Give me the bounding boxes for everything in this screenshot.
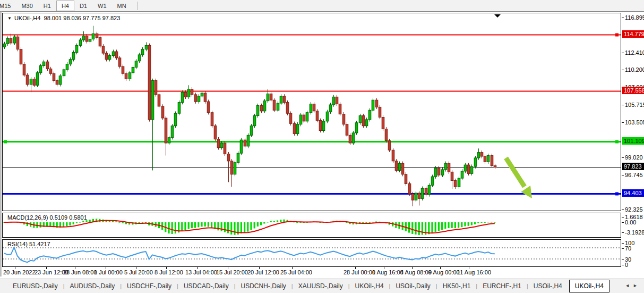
price-badge-114779: 114.779 bbox=[622, 30, 644, 38]
price-axis-tick bbox=[622, 105, 624, 105]
time-axis-label: 20 Jul 12:00 bbox=[247, 269, 279, 275]
rsi-axis-tick bbox=[622, 265, 624, 265]
rsi-label: RSI(14) 51.4217 bbox=[7, 241, 50, 247]
price-axis-tick bbox=[622, 210, 624, 210]
time-axis-label: 5 Jul 20:00 bbox=[124, 269, 153, 275]
support-line-94403-handle[interactable] bbox=[615, 192, 619, 196]
macd-axis-tick bbox=[622, 232, 624, 233]
time-axis-label: 28 Jun 08:00 bbox=[63, 269, 97, 275]
chart-symbol-and-quote: UKOil-,H4 98.001 98.036 97.775 97.823 bbox=[14, 15, 120, 21]
main-chart-panel: ▼ UKOil-,H4 98.001 98.036 97.775 97.823 bbox=[2, 13, 621, 211]
chart-dropdown-icon[interactable]: ▼ bbox=[7, 16, 12, 21]
price-axis-tick bbox=[622, 122, 624, 123]
price-axis-label: 103.505 bbox=[625, 119, 644, 125]
price-badge-97823: 97.823 bbox=[622, 163, 644, 170]
tab-eurusd-daily[interactable]: EURUSD-,Daily bbox=[7, 280, 63, 292]
price-axis-label: 112.410 bbox=[625, 49, 644, 56]
macd-indicator bbox=[3, 213, 621, 237]
timeframe-buttons: M15M30H1H4D1W1MN bbox=[0, 1, 132, 11]
time-axis[interactable]: 20 Jun 202223 Jun 12:0028 Jun 08:001 Jul… bbox=[2, 267, 622, 277]
trend-arrow-annotation[interactable] bbox=[506, 158, 532, 198]
timeframe-button-d1[interactable]: D1 bbox=[74, 1, 92, 11]
macd-panel: MACD(12,26,9) 0.5109 0.5801 bbox=[2, 213, 621, 238]
timeframe-button-w1[interactable]: W1 bbox=[92, 1, 112, 11]
time-axis-label: 9 Aug 00:00 bbox=[428, 269, 460, 275]
timeframe-button-m15[interactable]: M15 bbox=[0, 1, 16, 11]
chart-shift-marker-icon[interactable] bbox=[494, 14, 501, 18]
macd-axis-label: 0.00 bbox=[625, 219, 636, 225]
price-axis-label: 92.325 bbox=[625, 206, 643, 213]
timeframe-button-h1[interactable]: H1 bbox=[38, 1, 56, 11]
macd-axis-label: -3.1928 bbox=[625, 229, 644, 236]
resistance-line-114779-handle[interactable] bbox=[615, 34, 619, 37]
time-axis-label: 20 Jun 2022 bbox=[3, 269, 36, 275]
support-line-101109-handle[interactable] bbox=[615, 140, 619, 144]
macd-axis-tick bbox=[622, 222, 624, 223]
window-frame-top bbox=[0, 12, 644, 12]
timeframe-button-m30[interactable]: M30 bbox=[16, 1, 38, 11]
price-axis-label: 105.715 bbox=[625, 102, 644, 108]
price-axis-label: 96.745 bbox=[625, 172, 643, 178]
time-axis-label: 15 Jul 20:00 bbox=[216, 269, 248, 275]
rsi-axis-tick bbox=[622, 243, 624, 244]
price-axis-tick bbox=[622, 53, 624, 53]
timeframe-button-h4[interactable]: H4 bbox=[56, 1, 74, 11]
price-axis-label: 110.200 bbox=[625, 66, 644, 73]
symbol-tab-bar: EURUSD-,Daily|AUDUSD-,Daily|USDCHF-,Dail… bbox=[0, 279, 644, 293]
price-badge-94403: 94.403 bbox=[622, 189, 644, 197]
macd-axis-tick bbox=[622, 217, 624, 217]
price-axis-label: 99.020 bbox=[625, 154, 643, 161]
candlestick-chart bbox=[3, 13, 621, 211]
tab-scroll-right-icon[interactable]: ► bbox=[633, 283, 641, 288]
tab-eurchf-h1[interactable]: EURCHF-,H1 bbox=[477, 280, 527, 292]
price-axis-tick bbox=[622, 157, 624, 158]
rsi-indicator bbox=[3, 240, 621, 266]
tab-scroll-left-icon[interactable]: ◄ bbox=[625, 283, 633, 288]
macd-signal-line bbox=[4, 221, 495, 233]
symbol-tabs: EURUSD-,Daily|AUDUSD-,Daily|USDCHF-,Dail… bbox=[7, 280, 609, 292]
price-axis-label: 116.895 bbox=[625, 14, 644, 21]
rsi-axis-label: 0 bbox=[625, 262, 628, 268]
toolbar-separator bbox=[137, 2, 138, 10]
timeframe-button-mn[interactable]: MN bbox=[112, 1, 132, 11]
rsi-axis-label: 70 bbox=[625, 245, 631, 252]
rsi-panel: RSI(14) 51.4217 bbox=[2, 239, 621, 267]
tab-usdcnh-daily[interactable]: USDCNH-,Daily bbox=[236, 280, 291, 292]
quote-ohlc: 98.001 98.036 97.775 97.823 bbox=[44, 15, 121, 21]
tab-usdchf-daily[interactable]: USDCHF-,Daily bbox=[122, 280, 177, 292]
tab-xauusd-daily[interactable]: XAUUSD-,Daily bbox=[293, 280, 348, 292]
tab-usdcad-daily[interactable]: USDCAD-,Daily bbox=[178, 280, 234, 292]
price-axis-tick bbox=[622, 18, 624, 18]
price-axis-tick bbox=[622, 70, 624, 70]
time-axis-label: 1 Jul 00:00 bbox=[94, 269, 123, 275]
tab-audusd-daily[interactable]: AUDUSD-,Daily bbox=[65, 280, 121, 292]
tab-scroll-arrows[interactable]: ◄► bbox=[625, 283, 641, 288]
timeframe-toolbar: M15M30H1H4D1W1MN bbox=[0, 0, 644, 12]
time-axis-label: 11 Aug 16:00 bbox=[457, 269, 491, 275]
time-axis-label: 1 Aug 16:00 bbox=[372, 269, 403, 275]
tab-usoil-daily[interactable]: USOil-,Daily bbox=[390, 280, 435, 292]
macd-label: MACD(12,26,9) 0.5109 0.5801 bbox=[7, 214, 87, 221]
support-line-101109-handle[interactable] bbox=[4, 140, 7, 144]
rsi-line bbox=[4, 247, 495, 262]
tab-ukoil-h4[interactable]: UKOil-,H4 bbox=[350, 280, 389, 292]
price-badge-107558: 107.558 bbox=[622, 87, 644, 94]
time-axis-label: 25 Jul 04:00 bbox=[280, 269, 312, 275]
price-axis-tick bbox=[622, 175, 624, 175]
price-axis[interactable]: 116.895112.410110.200107.990105.715103.5… bbox=[622, 12, 644, 277]
tab-ukoil-h4[interactable]: UKOil-,H4 bbox=[569, 280, 609, 292]
tab-usoil-h4[interactable]: USOil-,H4 bbox=[528, 280, 568, 292]
rsi-axis-tick bbox=[622, 259, 624, 260]
time-axis-label: 8 Jul 12:00 bbox=[154, 269, 183, 275]
horizontal-lines[interactable] bbox=[3, 34, 621, 196]
rsi-axis-tick bbox=[622, 248, 624, 249]
chart-title: ▼ UKOil-,H4 98.001 98.036 97.775 97.823 bbox=[7, 15, 120, 21]
time-axis-label: 28 Jul 00:00 bbox=[344, 269, 375, 275]
time-axis-label: 13 Jul 04:00 bbox=[185, 269, 217, 275]
price-badge-101109: 101.109 bbox=[622, 137, 644, 145]
time-axis-label: 4 Aug 08:00 bbox=[400, 269, 432, 275]
candlestick-series bbox=[3, 26, 496, 206]
tab-hk50-h1[interactable]: HK50-,H1 bbox=[437, 280, 476, 292]
